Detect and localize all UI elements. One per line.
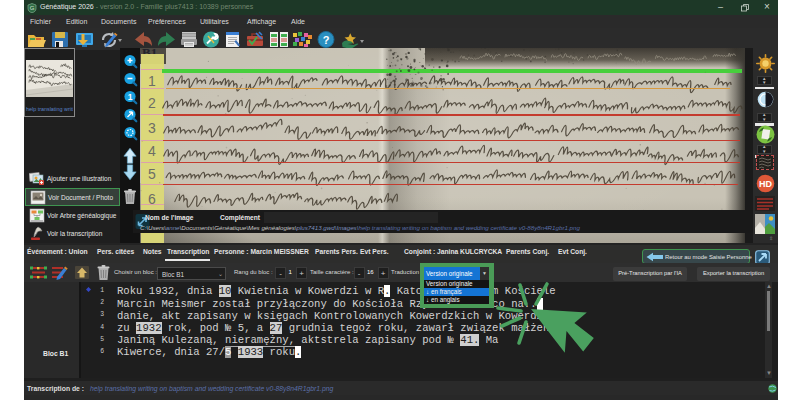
svg-text:1: 1 [127, 92, 132, 102]
svg-text:G: G [30, 5, 35, 11]
svg-text:HD: HD [759, 179, 772, 189]
svg-text:?: ? [323, 34, 330, 46]
